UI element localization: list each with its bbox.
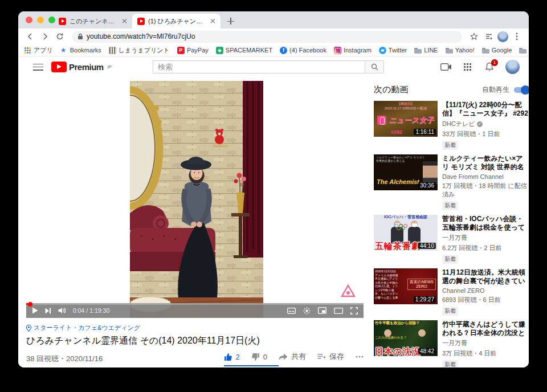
bookmark-folder-line[interactable]: LINE: [414, 47, 438, 54]
play-button[interactable]: [32, 307, 38, 314]
bookmark-instagram[interactable]: Instagram: [334, 47, 372, 54]
video-meta: 33万 回視聴・1 日前: [442, 130, 529, 138]
video-title: 11月12日放送済。米大統領選の舞台裏で何が起きていたのか...: [442, 268, 529, 285]
video-meta: 3万 回視聴・4 日前: [442, 349, 529, 358]
paypay-icon: [177, 47, 185, 54]
share-button[interactable]: 共有: [279, 352, 306, 362]
channel-name: Channel ZERO: [442, 287, 529, 294]
more-actions-button[interactable]: [356, 356, 364, 358]
location-pin-icon: [26, 325, 31, 332]
bookmark-twitter[interactable]: Twitter: [379, 47, 407, 54]
new-badge: 新着: [442, 307, 458, 316]
notification-badge: 1: [491, 59, 498, 66]
lock-icon: [77, 33, 83, 40]
thumb-face: [418, 329, 426, 337]
url-text: youtube.com/watch?v=Ml76ru7cjUo: [87, 32, 195, 40]
search-icon: [371, 63, 378, 71]
browser-tab-active-watch[interactable]: (1) ひろみチャンネル霊界通信 その: [132, 14, 221, 28]
location-link[interactable]: スターライト・カフェ&ウエディング: [26, 324, 364, 332]
extension-icon[interactable]: [483, 30, 495, 43]
youtube-account-avatar[interactable]: [505, 60, 520, 74]
autoplay-toggle[interactable]: [514, 87, 529, 93]
close-window-button[interactable]: [26, 17, 32, 23]
back-button[interactable]: [24, 30, 36, 43]
bookmark-spacemarket[interactable]: SPACEMARKET: [216, 47, 272, 54]
video-content[interactable]: [130, 81, 263, 318]
create-video-icon[interactable]: [440, 62, 452, 73]
shimauma-icon: [109, 47, 116, 54]
subtitles-icon[interactable]: [287, 308, 296, 314]
folder-icon: [414, 47, 422, 54]
forward-button[interactable]: [39, 30, 51, 43]
progress-scrubber[interactable]: [28, 302, 32, 307]
folder-icon: [519, 47, 526, 54]
settings-gear-icon[interactable]: [303, 307, 311, 315]
like-bar-indicator: [224, 365, 279, 366]
video-thumbnail: IOCバッハ・菅首相会談 五輪茶番劇 44:10: [374, 215, 438, 251]
video-title: 菅首相・IOCバッハ会談・五輪茶番劇は税金を使って続く。...: [442, 215, 529, 232]
recommended-video-1[interactable]: 【最新回】 2020.11.17 22時00分〜配信 ニュース女子 #292 1…: [374, 101, 529, 150]
minimize-window-button[interactable]: [37, 17, 44, 23]
youtube-favicon: [137, 18, 145, 25]
bookmark-star-icon[interactable]: [468, 30, 480, 43]
new-tab-button[interactable]: [224, 14, 238, 28]
new-badge: 新着: [442, 360, 458, 368]
new-badge: 新着: [442, 141, 458, 150]
apps-grid-icon: [24, 47, 31, 54]
channel-name: 一月万冊: [442, 339, 529, 348]
recommended-video-3[interactable]: IOCバッハ・菅首相会談 五輪茶番劇 44:10 菅首相・IOCバッハ会談・五輪…: [374, 215, 529, 264]
channel-watermark-icon[interactable]: [341, 284, 356, 299]
dislike-count: 0: [263, 353, 267, 361]
view-count: 38 回視聴・2020/11/16: [26, 354, 103, 364]
miniplayer-icon[interactable]: [318, 307, 326, 314]
youtube-premium-logo[interactable]: Premium JP: [51, 62, 112, 72]
time-display: 0:04 / 1:19:30: [73, 307, 109, 314]
theater-mode-icon[interactable]: [334, 308, 343, 314]
dislike-button[interactable]: 0: [251, 353, 267, 361]
bookmark-folder-youtube[interactable]: YouTube: [519, 47, 529, 54]
bookmark-apps[interactable]: アプリ: [24, 46, 53, 55]
reload-button[interactable]: [54, 30, 66, 43]
browser-tab-channel-videos[interactable]: このチャンネルの動画 - YouTube: [54, 14, 132, 28]
verified-icon: ✓: [477, 121, 483, 127]
address-bar[interactable]: youtube.com/watch?v=Ml76ru7cjUo: [72, 31, 462, 43]
browser-menu-icon[interactable]: [511, 30, 523, 43]
search-input[interactable]: [153, 60, 365, 74]
bookmark-folder-google[interactable]: Google: [482, 47, 512, 54]
channel-name: 一月万冊: [442, 234, 529, 242]
channel-name: Dave Fromm Channel: [442, 173, 529, 180]
youtube-play-icon: [51, 62, 67, 72]
recommended-video-2[interactable]: ミルクティー飲みたい×アリ モリズミ 世界的名著から考える The Alchem…: [374, 154, 529, 210]
video-meta: 6893 回視聴・6 日前: [442, 296, 529, 304]
bookmark-bookmarks[interactable]: Bookmarks: [60, 47, 101, 54]
tab-strip: このチャンネルの動画 - YouTube (1) ひろみチャンネル霊界通信 その: [18, 11, 529, 28]
recommended-video-5[interactable]: 竹中平蔵を政治から排除？ この人何故嫌われる？ 日本の沈没 48:42 竹中平蔵…: [374, 320, 529, 368]
toggle-knob: [521, 85, 529, 95]
search-button[interactable]: [365, 60, 384, 74]
close-tab-icon[interactable]: [210, 18, 215, 24]
instagram-icon: [334, 47, 341, 54]
new-badge: 新着: [442, 255, 458, 264]
duration-badge: 30:36: [418, 182, 436, 189]
bookmark-facebook[interactable]: (4) Facebook: [280, 47, 326, 54]
bookmark-shimauma[interactable]: しまうまプリント: [109, 46, 170, 55]
youtube-apps-icon[interactable]: [462, 62, 473, 73]
video-player[interactable]: 0:04 / 1:19:30: [26, 81, 364, 318]
close-tab-icon[interactable]: [121, 18, 127, 24]
thumb-face: [423, 161, 438, 184]
olympic-rings-icon: [394, 224, 417, 231]
browser-window: このチャンネルの動画 - YouTube (1) ひろみチャンネル霊界通信 その…: [18, 11, 529, 368]
next-button[interactable]: [45, 308, 51, 314]
bookmark-paypay[interactable]: PayPay: [177, 47, 209, 54]
progress-bar[interactable]: [26, 303, 364, 305]
fullscreen-icon[interactable]: [350, 307, 358, 315]
recommended-video-4[interactable]: 2020年11月12日 アメリカ大統領選 不正選挙にアメリ カ民主党と中国の 仕…: [374, 268, 529, 316]
volume-icon[interactable]: [58, 307, 66, 314]
notifications-bell-icon[interactable]: 1: [484, 62, 495, 73]
bookmark-folder-yahoo[interactable]: Yahoo!: [446, 47, 475, 54]
menu-hamburger-icon[interactable]: [33, 64, 43, 71]
like-button[interactable]: 2: [224, 353, 240, 361]
save-button[interactable]: 保存: [317, 352, 344, 362]
tab-title: このチャンネルの動画 - YouTube: [70, 17, 118, 26]
browser-profile-avatar[interactable]: [497, 31, 508, 42]
